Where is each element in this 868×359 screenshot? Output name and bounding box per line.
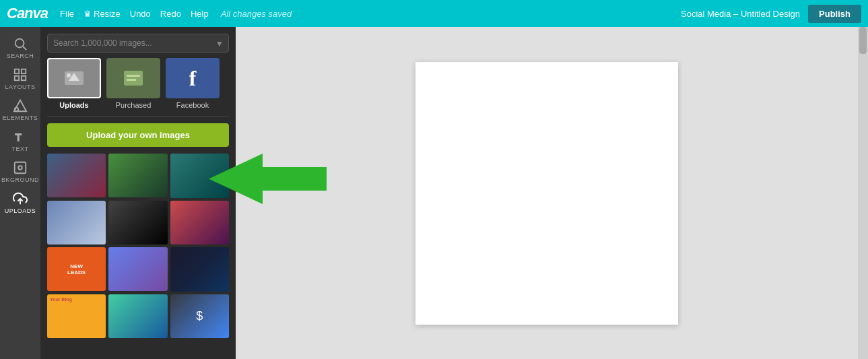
image-search-wrap: ▼ [40,27,236,58]
image-search-input[interactable] [47,34,229,53]
uploads-tab-label: Uploads [59,101,88,109]
sidebar-item-background[interactable]: BKGROUND [0,156,40,187]
autosave-status: All changes saved [221,9,292,19]
help-menu[interactable]: Help [191,9,209,19]
design-title: Social Media – Untitled Design [681,9,800,19]
tab-facebook[interactable]: f Facebook [166,58,220,109]
purchased-tab-icon [106,58,160,98]
svg-rect-16 [127,75,140,77]
grid-image-4[interactable] [47,201,106,244]
facebook-tab-icon: f [166,58,220,98]
left-sidebar: SEARCH LAYOUTS ELEMENTS T TEXT BKGROUND … [0,27,40,359]
svg-rect-5 [22,76,26,80]
green-arrow-annotation [209,154,327,207]
svg-rect-4 [15,76,19,80]
scrollbar[interactable] [858,27,868,359]
svg-marker-18 [209,154,327,204]
sidebar-label-text: TEXT [11,145,28,152]
facebook-letter: f [189,66,197,91]
svg-point-10 [18,166,22,170]
grid-image-5[interactable] [108,201,167,244]
sidebar-label-layouts: LAYOUTS [5,84,36,90]
facebook-tab-label: Facebook [176,101,209,109]
upload-images-button[interactable]: Upload your own images [47,123,229,147]
grid-image-2[interactable] [108,154,167,197]
sidebar-label-background: BKGROUND [1,176,39,183]
svg-rect-2 [15,69,19,73]
uploads-panel: ▼ Uploads Purchased [40,27,236,359]
design-canvas[interactable] [415,62,678,325]
grid-image-9[interactable] [170,247,229,292]
svg-text:T: T [15,132,22,143]
sidebar-item-layouts[interactable]: LAYOUTS [0,63,40,94]
resize-menu[interactable]: ♛Resize [84,9,121,19]
search-dropdown-icon: ▼ [215,39,224,48]
svg-rect-17 [127,79,136,81]
svg-point-14 [67,73,71,77]
image-grid: NEWLEADS Your Blog $ [40,154,236,345]
grid-image-7[interactable]: NEWLEADS [47,247,106,291]
sidebar-item-search[interactable]: SEARCH [0,32,40,63]
grid-image-8[interactable] [108,247,167,291]
tab-uploads[interactable]: Uploads [47,58,101,109]
publish-button[interactable]: Publish [808,5,861,23]
file-menu[interactable]: File [60,9,74,19]
sidebar-item-uploads[interactable]: UPLOADS [0,187,40,218]
grid-image-1[interactable] [47,154,106,197]
svg-line-1 [23,46,26,50]
canva-logo: Canva [7,5,48,22]
grid-image-12[interactable]: $ [170,294,229,339]
redo-menu[interactable]: Redo [160,9,181,19]
scrollbar-thumb[interactable] [859,27,867,54]
source-tabs: Uploads Purchased f Facebook [40,58,236,109]
panel-divider [47,116,229,117]
sidebar-item-text[interactable]: T TEXT [0,125,40,156]
svg-point-0 [15,39,24,48]
svg-rect-3 [22,69,26,73]
crown-icon: ♛ [84,9,92,19]
svg-marker-7 [14,100,26,112]
grid-image-11[interactable] [108,294,167,338]
sidebar-label-elements: ELEMENTS [3,115,38,121]
sidebar-label-search: SEARCH [7,53,34,59]
canvas-area[interactable] [236,27,858,359]
svg-rect-15 [124,71,143,86]
tab-purchased[interactable]: Purchased [106,58,160,109]
sidebar-label-uploads: UPLOADS [5,207,36,214]
sidebar-item-elements[interactable]: ELEMENTS [0,94,40,125]
grid-image-10[interactable]: Your Blog [47,294,106,338]
grid-image-6[interactable] [170,201,229,245]
top-navbar: Canva File ♛Resize Undo Redo Help All ch… [0,0,868,27]
svg-rect-9 [15,162,26,174]
uploads-tab-icon [47,58,101,98]
undo-menu[interactable]: Undo [130,9,151,19]
purchased-tab-label: Purchased [116,101,152,109]
